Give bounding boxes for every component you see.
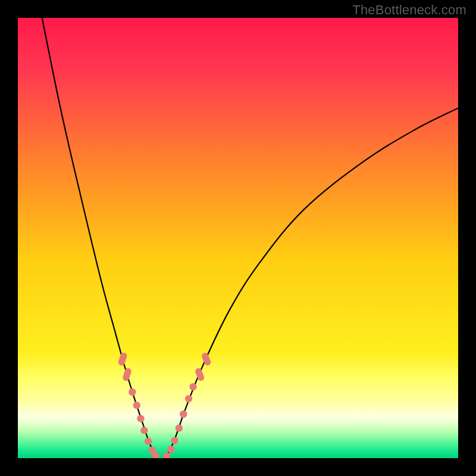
marker-dot [176, 424, 183, 431]
chart-frame: TheBottleneck.com [0, 0, 476, 476]
marker-dot [137, 415, 144, 422]
marker-dot [133, 402, 140, 409]
marker-dot [189, 383, 196, 390]
marker-dot [129, 389, 136, 396]
marker-dot [145, 438, 152, 445]
plot-area [18, 18, 458, 458]
gradient-background [18, 18, 458, 458]
watermark-text: TheBottleneck.com [352, 2, 466, 18]
marker-dot [167, 446, 174, 453]
marker-dot [185, 395, 192, 402]
bottleneck-plot [18, 18, 458, 458]
marker-dot [180, 411, 187, 418]
marker-dot [140, 427, 148, 434]
marker-dot [171, 437, 178, 444]
